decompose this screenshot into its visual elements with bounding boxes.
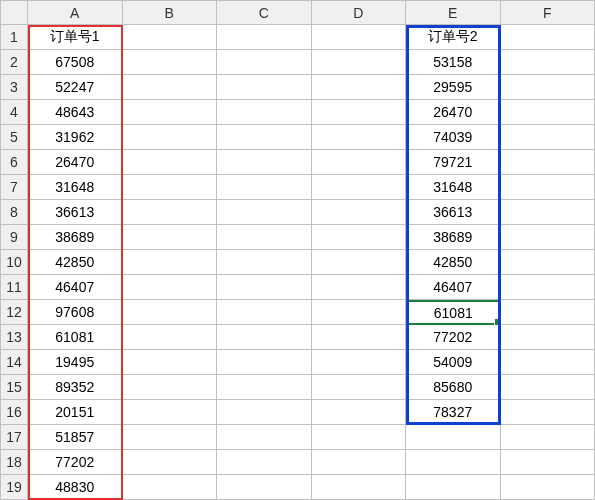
cell-C3[interactable] (217, 75, 312, 100)
cell-C16[interactable] (217, 400, 312, 425)
cell-C18[interactable] (217, 450, 312, 475)
cell-F2[interactable] (501, 50, 596, 75)
cell-E5[interactable]: 74039 (406, 125, 501, 150)
cell-B12[interactable] (123, 300, 218, 325)
cell-C2[interactable] (217, 50, 312, 75)
cell-F19[interactable] (501, 475, 596, 500)
cell-A11[interactable]: 46407 (28, 275, 123, 300)
cell-D2[interactable] (312, 50, 407, 75)
cell-D3[interactable] (312, 75, 407, 100)
cell-D15[interactable] (312, 375, 407, 400)
cell-A13[interactable]: 61081 (28, 325, 123, 350)
cell-E13[interactable]: 77202 (406, 325, 501, 350)
row-header-4[interactable]: 4 (0, 100, 28, 125)
cell-F16[interactable] (501, 400, 596, 425)
cell-A18[interactable]: 77202 (28, 450, 123, 475)
cell-A1[interactable]: 订单号1 (28, 25, 123, 50)
cell-D7[interactable] (312, 175, 407, 200)
cell-E8[interactable]: 36613 (406, 200, 501, 225)
cell-B9[interactable] (123, 225, 218, 250)
row-header-7[interactable]: 7 (0, 175, 28, 200)
cell-B2[interactable] (123, 50, 218, 75)
row-header-10[interactable]: 10 (0, 250, 28, 275)
cell-B6[interactable] (123, 150, 218, 175)
cell-D18[interactable] (312, 450, 407, 475)
cell-C15[interactable] (217, 375, 312, 400)
cell-A15[interactable]: 89352 (28, 375, 123, 400)
cell-F12[interactable] (501, 300, 596, 325)
cell-E16[interactable]: 78327 (406, 400, 501, 425)
column-header-E[interactable]: E (406, 0, 501, 25)
row-header-12[interactable]: 12 (0, 300, 28, 325)
cell-A19[interactable]: 48830 (28, 475, 123, 500)
cell-F1[interactable] (501, 25, 596, 50)
cell-E3[interactable]: 29595 (406, 75, 501, 100)
cell-A17[interactable]: 51857 (28, 425, 123, 450)
row-header-8[interactable]: 8 (0, 200, 28, 225)
cell-B16[interactable] (123, 400, 218, 425)
cell-D12[interactable] (312, 300, 407, 325)
select-all-corner[interactable] (0, 0, 28, 25)
row-header-2[interactable]: 2 (0, 50, 28, 75)
spreadsheet-grid[interactable]: ABCDEF1订单号1订单号22675085315835224729595448… (0, 0, 595, 500)
row-header-3[interactable]: 3 (0, 75, 28, 100)
cell-B1[interactable] (123, 25, 218, 50)
cell-E19[interactable] (406, 475, 501, 500)
cell-F5[interactable] (501, 125, 596, 150)
row-header-17[interactable]: 17 (0, 425, 28, 450)
cell-F11[interactable] (501, 275, 596, 300)
row-header-16[interactable]: 16 (0, 400, 28, 425)
cell-E15[interactable]: 85680 (406, 375, 501, 400)
row-header-9[interactable]: 9 (0, 225, 28, 250)
cell-D19[interactable] (312, 475, 407, 500)
cell-F6[interactable] (501, 150, 596, 175)
cell-A6[interactable]: 26470 (28, 150, 123, 175)
row-header-19[interactable]: 19 (0, 475, 28, 500)
cell-A10[interactable]: 42850 (28, 250, 123, 275)
column-header-B[interactable]: B (123, 0, 218, 25)
cell-A16[interactable]: 20151 (28, 400, 123, 425)
cell-D1[interactable] (312, 25, 407, 50)
cell-F15[interactable] (501, 375, 596, 400)
cell-A2[interactable]: 67508 (28, 50, 123, 75)
cell-E7[interactable]: 31648 (406, 175, 501, 200)
row-header-5[interactable]: 5 (0, 125, 28, 150)
cell-B15[interactable] (123, 375, 218, 400)
cell-D5[interactable] (312, 125, 407, 150)
cell-B14[interactable] (123, 350, 218, 375)
cell-C11[interactable] (217, 275, 312, 300)
column-header-C[interactable]: C (217, 0, 312, 25)
cell-A7[interactable]: 31648 (28, 175, 123, 200)
cell-B3[interactable] (123, 75, 218, 100)
cell-E11[interactable]: 46407 (406, 275, 501, 300)
cell-A4[interactable]: 48643 (28, 100, 123, 125)
cell-B5[interactable] (123, 125, 218, 150)
cell-E1[interactable]: 订单号2 (406, 25, 501, 50)
cell-A9[interactable]: 38689 (28, 225, 123, 250)
row-header-11[interactable]: 11 (0, 275, 28, 300)
cell-B7[interactable] (123, 175, 218, 200)
cell-E17[interactable] (406, 425, 501, 450)
cell-D11[interactable] (312, 275, 407, 300)
cell-E2[interactable]: 53158 (406, 50, 501, 75)
cell-A12[interactable]: 97608 (28, 300, 123, 325)
cell-A8[interactable]: 36613 (28, 200, 123, 225)
cell-F4[interactable] (501, 100, 596, 125)
row-header-6[interactable]: 6 (0, 150, 28, 175)
cell-F7[interactable] (501, 175, 596, 200)
cell-B11[interactable] (123, 275, 218, 300)
cell-E18[interactable] (406, 450, 501, 475)
cell-D13[interactable] (312, 325, 407, 350)
cell-C7[interactable] (217, 175, 312, 200)
row-header-13[interactable]: 13 (0, 325, 28, 350)
cell-B4[interactable] (123, 100, 218, 125)
cell-F3[interactable] (501, 75, 596, 100)
cell-A3[interactable]: 52247 (28, 75, 123, 100)
cell-C10[interactable] (217, 250, 312, 275)
cell-B10[interactable] (123, 250, 218, 275)
column-header-A[interactable]: A (28, 0, 123, 25)
cell-C19[interactable] (217, 475, 312, 500)
cell-D9[interactable] (312, 225, 407, 250)
cell-E10[interactable]: 42850 (406, 250, 501, 275)
column-header-D[interactable]: D (312, 0, 407, 25)
